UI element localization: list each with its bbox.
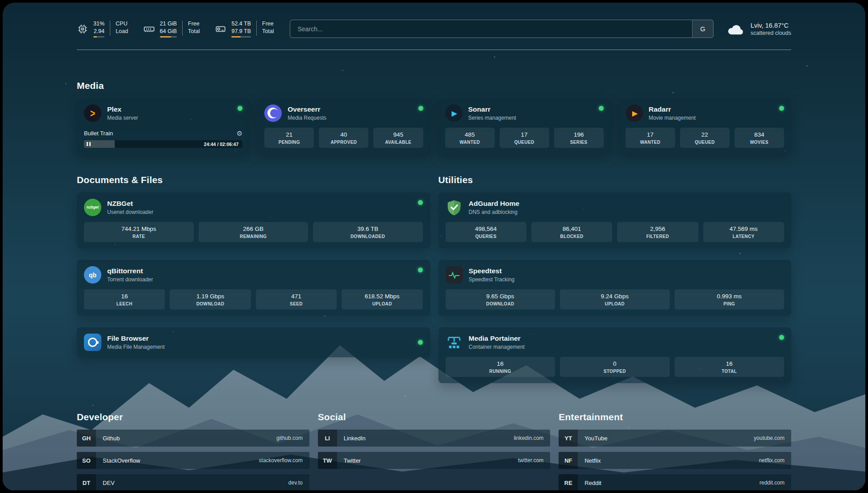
plex-icon: >: [84, 104, 101, 122]
bookmark-url: github.com: [276, 435, 303, 441]
cpu-labels: CPU Load: [116, 20, 128, 38]
app-name: Speedtest: [469, 267, 515, 275]
topbar: 31% 2.94 CPU Load: [77, 3, 791, 38]
stat-leech: 16 LEECH: [84, 289, 165, 309]
ram-icon: [143, 23, 155, 35]
status-dot: [238, 106, 242, 111]
card-adguard[interactable]: AdGuard Home DNS and adblocking 498,564 …: [438, 192, 792, 248]
nzbget-icon: nzbget: [84, 199, 101, 216]
app-desc: Media File Management: [107, 344, 165, 350]
stat-downloaded: 39.6 TB DOWNLOADED: [313, 222, 423, 242]
app-name: Radarr: [649, 105, 696, 113]
bookmark-stackoverflow[interactable]: SO StackOverflow stackoverflow.com: [77, 452, 309, 469]
app-desc: Series management: [468, 115, 516, 121]
app-name: NZBGet: [107, 200, 153, 208]
stat-upload: 618.52 Mbps UPLOAD: [342, 289, 422, 309]
cpu-values: 31% 2.94: [93, 20, 104, 38]
bookmark-url: reddit.com: [760, 480, 785, 486]
app-desc: Container management: [469, 344, 525, 350]
status-dot: [418, 267, 423, 272]
section-title-documents: Documents & Files: [77, 175, 430, 185]
bookmark-linkedin[interactable]: LI LinkedIn linkedin.com: [318, 430, 551, 447]
header-divider: [77, 50, 791, 50]
bookmark-github[interactable]: GH Github github.com: [77, 430, 309, 447]
bookmark-url: linkedin.com: [514, 435, 544, 441]
section-title-social: Social: [318, 412, 551, 422]
card-plex[interactable]: > Plex Media server Bullet Train: [77, 98, 250, 154]
search-input[interactable]: [290, 20, 692, 38]
bookmark-twitter[interactable]: TW Twitter twitter.com: [318, 452, 551, 469]
status-dot: [599, 106, 604, 111]
plex-now-playing: Bullet Train: [84, 125, 242, 137]
search-engine-button[interactable]: G: [692, 20, 713, 38]
stat-rate: 744.21 Mbps RATE: [84, 222, 194, 242]
weather-location-temp: Lviv, 16.87°C: [751, 22, 791, 29]
bookmark-name: Twitter: [344, 457, 361, 464]
qbittorrent-icon: qb: [84, 266, 101, 284]
search-box: G: [290, 20, 714, 38]
stat-seed: 471 SEED: [256, 289, 337, 309]
pause-icon[interactable]: [87, 142, 91, 146]
bookmark-abbr: RE: [559, 474, 578, 490]
stat-queries: 498,564 QUERIES: [446, 222, 526, 242]
status-dot: [418, 340, 423, 345]
speedtest-icon: [446, 266, 463, 284]
plex-progress-bar[interactable]: 24:44 / 02:06:47: [84, 140, 242, 148]
documents-column: Documents & Files nzbget NZBGet Usenet d…: [77, 175, 430, 357]
bookmarks-section: Developer GH Github github.com SO StackO…: [77, 412, 791, 490]
settings-gear-icon[interactable]: [237, 130, 242, 137]
ram-labels: Free Total: [188, 20, 200, 38]
section-title-entertainment: Entertainment: [559, 412, 791, 422]
card-speedtest[interactable]: Speedtest Speedtest Tracking 9.65 Gbps D…: [438, 260, 792, 316]
card-nzbget[interactable]: nzbget NZBGet Usenet downloader 744.21 M…: [77, 192, 430, 248]
card-overseerr[interactable]: Overseerr Media Requests 21 PENDING 40 A…: [257, 98, 430, 154]
stat-movies: 834 MOVIES: [734, 128, 784, 148]
now-playing-title: Bullet Train: [84, 130, 113, 137]
playback-time: 24:44 / 02:06:47: [204, 142, 239, 147]
developer-column: Developer GH Github github.com SO StackO…: [77, 412, 309, 490]
bookmark-abbr: NF: [559, 452, 578, 469]
card-radarr[interactable]: ▶ Radarr Movie management 17 WANTED: [618, 98, 791, 154]
overseerr-icon: [264, 104, 282, 122]
entertainment-column: Entertainment YT YouTube youtube.com NF …: [559, 412, 791, 490]
ram-free: 21 GiB: [160, 20, 177, 28]
card-portainer[interactable]: Media Portainer Container management 16 …: [438, 327, 792, 383]
bookmark-url: youtube.com: [754, 435, 785, 441]
bookmark-abbr: SO: [77, 452, 96, 469]
bookmark-reddit[interactable]: RE Reddit reddit.com: [559, 474, 791, 490]
weather-widget: Lviv, 16.87°C scattered clouds: [727, 22, 791, 36]
bookmark-netflix[interactable]: NF Netflix netflix.com: [559, 452, 791, 469]
stat-pending: 21 PENDING: [264, 128, 314, 148]
app-name: AdGuard Home: [469, 200, 520, 208]
page-content: 31% 2.94 CPU Load: [3, 3, 865, 490]
app-name: File Browser: [107, 334, 165, 343]
disk-icon: [215, 23, 226, 35]
app-desc: Media server: [107, 115, 138, 121]
radarr-icon: ▶: [626, 104, 643, 122]
stat-wanted: 485 WANTED: [445, 128, 495, 148]
stat-available: 945 AVAILABLE: [373, 128, 423, 148]
disk-total: 97.9 TB: [231, 28, 251, 35]
card-sonarr[interactable]: ▶ Sonarr Series management 485 WANTED: [438, 98, 611, 154]
section-title-utilities: Utilities: [438, 175, 792, 185]
cpu-percent: 31%: [93, 20, 104, 28]
app-name: Sonarr: [468, 105, 516, 113]
social-column: Social LI LinkedIn linkedin.com TW Twitt…: [318, 412, 551, 490]
bookmark-abbr: TW: [318, 452, 337, 469]
bookmark-youtube[interactable]: YT YouTube youtube.com: [559, 430, 791, 447]
stat-stopped: 0 STOPPED: [560, 357, 670, 377]
app-name: Plex: [107, 105, 138, 113]
system-widgets: 31% 2.94 CPU Load: [77, 20, 274, 38]
cpu-icon: [77, 23, 88, 35]
disk-labels: Free Total: [262, 20, 274, 38]
card-filebrowser[interactable]: File Browser Media File Management: [77, 327, 430, 357]
section-title-media: Media: [77, 80, 791, 91]
card-qbittorrent[interactable]: qb qBittorrent Torrent downloader 16 LEE…: [77, 260, 430, 316]
stat-blocked: 86,401 BLOCKED: [531, 222, 612, 242]
utilities-column: Utilities AdGuard Home DNS and: [438, 175, 792, 383]
bookmark-dev[interactable]: DT DEV dev.to: [77, 474, 309, 490]
bookmark-name: Netflix: [584, 457, 601, 464]
sonarr-icon: ▶: [445, 104, 463, 122]
bookmark-abbr: LI: [318, 430, 337, 447]
bookmark-name: StackOverflow: [103, 457, 140, 464]
